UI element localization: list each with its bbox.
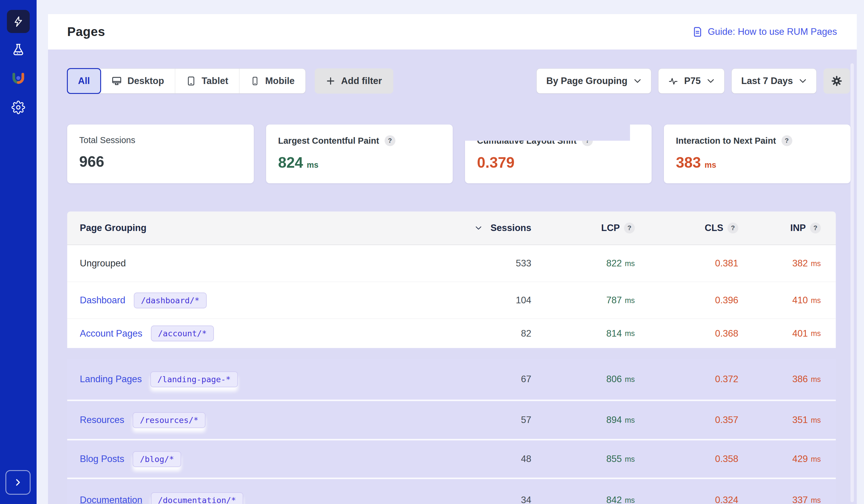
row-link[interactable]: Blog Posts	[80, 454, 124, 464]
column-sessions[interactable]: Sessions	[345, 223, 531, 233]
row-link[interactable]: Resources	[80, 415, 124, 425]
device-tab-mobile[interactable]: Mobile	[239, 69, 305, 93]
path-badge: /documentation/*	[151, 492, 243, 504]
help-icon[interactable]: ?	[728, 223, 738, 233]
metric-label: Total Sessions	[79, 135, 135, 145]
row-name: Ungrouped	[80, 258, 126, 269]
table-row: Account Pages/account/* 82 814ms 0.368 4…	[67, 319, 836, 348]
table-row: Documentation/documentation/* 34 842ms 0…	[67, 479, 836, 504]
sessions-value: 67	[345, 374, 531, 385]
metric-cards: Total Sessions 966 Largest Contentful Pa…	[67, 124, 851, 183]
column-lcp: LCP?	[531, 223, 635, 233]
column-inp: INP?	[738, 223, 821, 233]
table-row: Landing Pages/landing-page-* 67 806ms 0.…	[67, 359, 836, 401]
date-range-select[interactable]: Last 7 Days	[731, 69, 817, 94]
row-link[interactable]: Documentation	[80, 495, 143, 504]
table-settings-button[interactable]	[824, 69, 850, 94]
sessions-value: 104	[345, 295, 531, 306]
inp-value: 382ms	[738, 258, 821, 269]
sidebar-expand-button[interactable]	[5, 470, 31, 495]
row-gap-band	[67, 348, 836, 359]
sort-chevron-icon	[475, 226, 482, 230]
metric-value: 824	[278, 154, 303, 171]
flask-icon	[11, 43, 25, 57]
content-area: Pages Guide: How to use RUM Pages All	[37, 0, 864, 504]
scrollbar[interactable]	[851, 63, 854, 502]
sidebar	[0, 0, 37, 504]
guide-link-label: Guide: How to use RUM Pages	[708, 26, 837, 37]
device-tab-all[interactable]: All	[67, 68, 101, 94]
sidebar-item-settings[interactable]	[0, 100, 37, 114]
column-page-grouping: Page Grouping	[67, 223, 345, 233]
gear-icon	[831, 75, 842, 87]
help-icon[interactable]: ?	[624, 223, 635, 233]
main-panel: All Desktop	[48, 49, 857, 504]
inp-value: 386ms	[738, 374, 821, 385]
row-link[interactable]: Dashboard	[80, 295, 125, 306]
page-title: Pages	[67, 25, 105, 39]
inp-value: 410ms	[738, 295, 821, 306]
device-tab-desktop[interactable]: Desktop	[100, 69, 175, 93]
cls-value: 0.396	[635, 295, 738, 306]
group-by-select[interactable]: By Page Grouping	[536, 69, 651, 94]
document-icon	[692, 26, 703, 37]
help-icon[interactable]: ?	[781, 135, 792, 146]
add-filter-button[interactable]: Add filter	[315, 69, 393, 94]
metric-label: Cumulative Layout Shift	[477, 136, 577, 146]
device-tab-tablet[interactable]: Tablet	[175, 69, 239, 93]
chevron-down-icon	[799, 78, 807, 84]
sessions-value: 82	[345, 328, 531, 339]
metric-label: Interaction to Next Paint	[676, 136, 776, 146]
cls-value: 0.368	[635, 328, 738, 339]
gear-icon	[11, 100, 25, 114]
sessions-value: 57	[345, 415, 531, 425]
sessions-value: 533	[345, 258, 531, 269]
inp-value: 351ms	[738, 415, 821, 425]
inp-value: 429ms	[738, 454, 821, 464]
mobile-icon	[250, 76, 260, 86]
chevron-down-icon	[634, 78, 641, 84]
table-header: Page Grouping Sessions LCP? CLS? INP?	[67, 212, 836, 245]
page-header: Pages Guide: How to use RUM Pages	[48, 14, 857, 49]
row-link[interactable]: Landing Pages	[80, 374, 142, 385]
chevron-right-icon	[13, 478, 23, 487]
table-row: Ungrouped 533 822ms 0.381 382ms	[67, 245, 836, 282]
sidebar-item-brand[interactable]	[0, 73, 37, 86]
percentile-select[interactable]: P75	[658, 69, 724, 94]
row-link[interactable]: Account Pages	[80, 328, 143, 339]
lcp-value: 855ms	[531, 454, 635, 464]
table-row: Dashboard/dashboard/* 104 787ms 0.396 41…	[67, 282, 836, 319]
inp-value: 401ms	[738, 328, 821, 339]
path-badge: /account/*	[151, 325, 214, 341]
lcp-value: 894ms	[531, 415, 635, 425]
sidebar-item-experiments[interactable]	[0, 43, 37, 57]
lcp-value: 842ms	[531, 495, 635, 504]
sidebar-item-speed[interactable]	[7, 10, 30, 33]
device-filter-group: All Desktop	[67, 69, 306, 94]
help-icon[interactable]: ?	[385, 135, 395, 146]
table-row: Resources/resources/* 57 894ms 0.357 351…	[67, 401, 836, 440]
metric-value: 0.379	[477, 154, 515, 171]
activity-icon	[668, 76, 678, 86]
path-badge: /dashboard/*	[134, 292, 207, 309]
lcp-value: 806ms	[531, 374, 635, 385]
chevron-down-icon	[707, 78, 715, 84]
guide-link[interactable]: Guide: How to use RUM Pages	[692, 26, 837, 37]
brand-logo	[11, 73, 26, 86]
help-icon[interactable]: ?	[810, 223, 821, 233]
column-cls: CLS?	[635, 223, 738, 233]
cls-value: 0.358	[635, 454, 738, 464]
lcp-value: 787ms	[531, 295, 635, 306]
path-badge: /blog/*	[133, 451, 181, 467]
help-icon[interactable]: ?	[582, 135, 593, 146]
cls-value: 0.381	[635, 258, 738, 269]
inp-value: 337ms	[738, 495, 821, 504]
path-badge: /resources/*	[133, 412, 205, 428]
cls-value: 0.372	[635, 374, 738, 385]
metric-value: 383	[676, 154, 701, 171]
metric-card-inp: Interaction to Next Paint ? 383ms	[664, 124, 851, 183]
metric-card-lcp: Largest Contentful Paint ? 824ms	[266, 124, 453, 183]
cls-value: 0.357	[635, 415, 738, 425]
lightning-icon	[12, 16, 24, 27]
plus-icon	[326, 76, 335, 85]
